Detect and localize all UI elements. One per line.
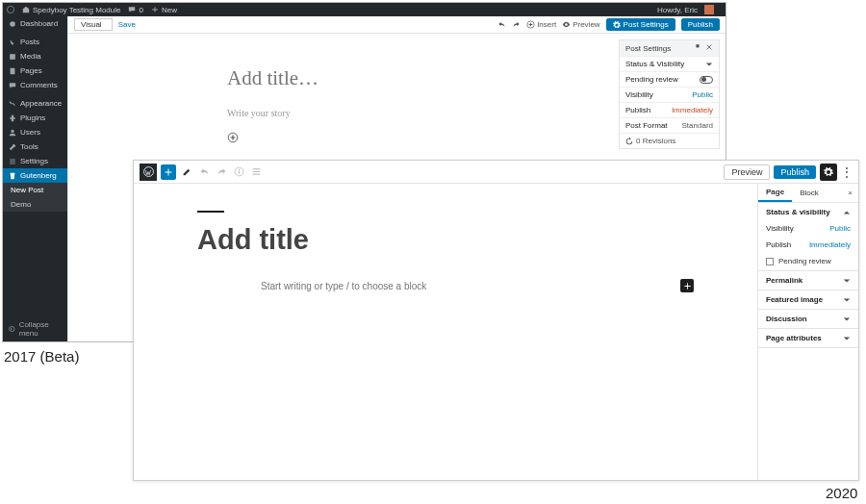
pin-icon[interactable] [690,43,701,53]
panel-section-permalink[interactable]: Permalink [758,271,858,290]
settings-gear-button[interactable] [820,164,837,181]
sidebar-item-tools[interactable]: Tools [3,139,67,154]
panel-section-page-attributes[interactable]: Page attributes [758,329,858,348]
post-settings-panel: Post Settings Status & Visibility Pendin… [619,39,720,149]
sidebar-submenu: New Post Demo [3,183,67,212]
add-block-button[interactable] [161,164,176,180]
svg-point-12 [143,167,153,177]
panel-row-format: Post FormatStandard [620,117,719,133]
section-header-status[interactable]: Status & visibility [758,203,858,221]
publish-date-link[interactable]: Immediately [809,240,851,249]
svg-rect-11 [696,44,699,47]
caption-2020: 2020 [826,485,857,501]
svg-rect-18 [252,174,260,175]
title-accent [197,211,224,213]
svg-rect-15 [238,169,239,170]
sidebar-item-appearance[interactable]: Appearance [3,96,67,111]
edit-mode-icon[interactable] [180,165,193,179]
post-settings-button[interactable]: Post Settings [606,18,675,31]
add-block-icon[interactable] [227,132,239,143]
sidebar-subitem-newpost[interactable]: New Post [3,183,67,197]
sidebar-item-gutenberg[interactable]: Gutenberg [3,168,67,183]
new-content[interactable]: New [151,6,177,14]
panel-row-status[interactable]: Status & Visibility [620,56,719,71]
wp-logo-icon[interactable] [140,164,157,181]
editor-mode-select[interactable]: Visual [74,18,113,31]
sidebar-item-posts[interactable]: Posts [3,35,67,49]
svg-point-8 [10,326,14,331]
howdy-user[interactable]: Howdy, Eric [657,5,714,14]
comments-bubble[interactable]: 0 [128,6,142,14]
svg-rect-2 [10,54,15,60]
inline-add-block-icon[interactable] [680,279,694,292]
svg-rect-7 [10,163,15,164]
more-menu-icon[interactable]: ⋮ [841,165,853,179]
visibility-link[interactable]: Public [829,224,851,233]
sidebar-item-media[interactable]: Media [3,49,67,63]
svg-point-4 [11,129,13,132]
insert-button[interactable]: Insert [526,20,556,29]
save-link[interactable]: Save [118,20,136,29]
panel-row-pending: Pending review [620,71,719,87]
tab-page[interactable]: Page [758,184,792,202]
preview-button[interactable]: Preview [562,20,599,29]
editor-canvas[interactable]: Add title Start writing or type / to cho… [134,184,757,480]
settings-panel: Page Block × Status & visibility Visibil… [757,184,858,480]
panel-row-publish: PublishImmediately [620,102,719,117]
caption-2017: 2017 (Beta) [4,348,79,365]
site-name[interactable]: Spedyboy Testing Module [22,6,120,14]
title-input[interactable]: Add title… [227,66,567,90]
close-icon[interactable] [701,43,713,53]
sidebar-item-pages[interactable]: Pages [3,63,67,78]
pending-checkbox[interactable] [766,258,774,265]
panel-section-discussion[interactable]: Discussion [758,310,858,329]
wp-logo-icon[interactable] [7,6,14,13]
sidebar-subitem-demo[interactable]: Demo [3,197,67,212]
collapse-menu[interactable]: Collapse menu [3,316,67,341]
admin-sidebar: Dashboard Posts Media Pages Comments App… [3,16,67,341]
svg-rect-16 [252,168,260,169]
svg-rect-3 [11,67,15,73]
sidebar-item-users[interactable]: Users [3,125,67,139]
svg-rect-6 [10,161,15,162]
gutenberg-2020-window: Preview Publish ⋮ Add title Start writin… [133,160,859,481]
panel-row-revisions[interactable]: 0 Revisions [620,133,719,148]
editor-toolbar: Preview Publish ⋮ [134,161,858,184]
visibility-link[interactable]: Public [692,90,713,99]
panel-tabs: Page Block × [758,184,858,203]
undo-button[interactable] [497,20,506,29]
publish-button[interactable]: Publish [774,165,816,179]
admin-bar: Spedyboy Testing Module 0 New Howdy, Eri… [3,3,726,16]
undo-button[interactable] [197,165,211,179]
svg-point-0 [7,6,13,13]
avatar [704,5,714,14]
row-publish: PublishImmediately [758,238,858,254]
panel-row-visibility: VisibilityPublic [620,87,719,102]
row-visibility: VisibilityPublic [758,221,858,238]
publish-button[interactable]: Publish [681,18,720,31]
default-block-prompt[interactable]: Start writing or type / to choose a bloc… [197,279,694,292]
title-input[interactable]: Add title [197,224,694,256]
panel-header: Post Settings [620,40,719,56]
close-panel-icon[interactable]: × [842,189,858,197]
info-icon[interactable] [232,165,245,179]
panel-section-status: Status & visibility VisibilityPublic Pub… [758,203,858,271]
svg-rect-17 [252,171,260,172]
publish-date-link[interactable]: Immediately [672,106,713,114]
preview-button[interactable]: Preview [724,164,770,180]
sidebar-item-dashboard[interactable]: Dashboard [3,16,67,31]
editor-toolbar: Visual Save Insert Preview Post Settings… [68,16,726,34]
row-pending[interactable]: Pending review [758,254,858,270]
svg-rect-5 [10,159,15,160]
pending-toggle[interactable] [700,76,713,84]
panel-section-featured-image[interactable]: Featured image [758,290,858,310]
redo-button[interactable] [512,20,521,29]
sidebar-item-plugins[interactable]: Plugins [3,111,67,125]
content-input[interactable]: Write your story [227,108,567,118]
tab-block[interactable]: Block [792,185,827,201]
sidebar-item-settings[interactable]: Settings [3,154,67,168]
redo-button[interactable] [215,165,228,179]
sidebar-item-comments[interactable]: Comments [3,78,67,92]
outline-icon[interactable] [249,165,263,179]
svg-point-1 [10,21,15,27]
